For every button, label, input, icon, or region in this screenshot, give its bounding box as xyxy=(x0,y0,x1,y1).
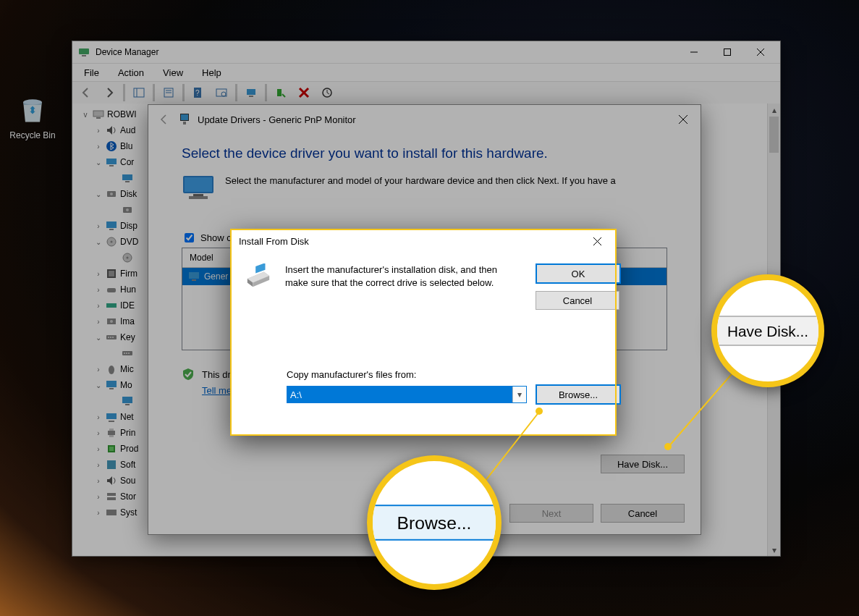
svg-rect-4 xyxy=(724,49,731,56)
tree-item-label: IDE xyxy=(120,300,135,311)
svg-rect-28 xyxy=(125,181,130,182)
wizard-back-button[interactable] xyxy=(154,109,174,130)
svg-rect-69 xyxy=(181,114,188,120)
close-button[interactable] xyxy=(744,41,777,63)
svg-rect-54 xyxy=(106,381,117,387)
wizard-close-button[interactable] xyxy=(670,109,696,130)
net-icon xyxy=(106,411,117,423)
tree-root-label: ROBWI xyxy=(107,109,137,119)
minimize-button[interactable] xyxy=(677,41,711,63)
menu-view[interactable]: View xyxy=(160,66,186,80)
ifd-copy-label: Copy manufacturer's files from: xyxy=(287,369,602,380)
callout-havedisk-button: Have Disk... xyxy=(711,316,824,346)
nav-forward-icon[interactable] xyxy=(98,83,120,102)
tree-item-label: Soft xyxy=(120,460,135,470)
titlebar: Device Manager xyxy=(72,41,780,64)
kb-icon xyxy=(122,347,133,359)
scan-hardware-icon[interactable] xyxy=(211,83,232,102)
svg-rect-52 xyxy=(128,353,130,354)
svg-rect-64 xyxy=(107,460,116,469)
svg-rect-42 xyxy=(106,303,117,308)
model-row-label: Gener xyxy=(204,271,228,282)
help-icon[interactable]: ? xyxy=(187,83,209,102)
next-button[interactable]: Next xyxy=(509,504,593,523)
menubar: File Action View Help xyxy=(72,64,780,82)
speaker-icon xyxy=(106,125,117,136)
callout-havedisk-magnifier: Have Disk... xyxy=(711,274,824,387)
svg-rect-7 xyxy=(134,88,144,97)
svg-rect-2 xyxy=(82,55,86,56)
scroll-up-icon[interactable]: ▴ xyxy=(768,104,780,116)
svg-rect-60 xyxy=(109,429,114,431)
dropdown-icon[interactable]: ▾ xyxy=(512,387,526,402)
cancel-button[interactable]: Cancel xyxy=(601,504,685,523)
svg-rect-46 xyxy=(108,337,109,338)
menu-file[interactable]: File xyxy=(81,66,102,80)
tree-item-label: Aud xyxy=(120,125,135,135)
ifd-close-button[interactable] xyxy=(586,232,608,250)
svg-rect-58 xyxy=(106,413,117,419)
have-disk-button[interactable]: Have Disk... xyxy=(601,455,685,473)
cpu-icon xyxy=(106,443,117,455)
svg-rect-63 xyxy=(109,447,114,451)
tree-item-label: Disp xyxy=(120,221,137,231)
hid-icon xyxy=(106,284,117,295)
tree-item-label: Net xyxy=(120,412,134,422)
monitor-small-icon xyxy=(188,271,200,282)
recycle-bin[interactable]: Recycle Bin xyxy=(7,94,58,140)
tree-item-label: Mic xyxy=(120,364,134,374)
ide-icon xyxy=(106,300,117,311)
svg-rect-66 xyxy=(107,497,116,500)
svg-rect-25 xyxy=(106,159,117,164)
soft-icon xyxy=(106,459,117,471)
mouse-icon xyxy=(106,363,117,375)
ifd-message: Insert the manufacturer's installation d… xyxy=(285,263,522,289)
menu-action[interactable]: Action xyxy=(115,66,147,80)
pc-icon xyxy=(122,172,133,184)
ifd-cancel-button[interactable]: Cancel xyxy=(536,291,619,310)
toolbar-separator xyxy=(182,84,185,101)
scroll-thumb[interactable] xyxy=(769,117,779,153)
properties-icon[interactable] xyxy=(158,83,179,102)
nav-back-icon[interactable] xyxy=(75,83,97,102)
svg-rect-18 xyxy=(277,89,282,96)
ifd-path-combobox[interactable]: A:\ ▾ xyxy=(287,386,527,403)
enable-device-icon[interactable] xyxy=(270,83,292,102)
tree-item-label: Ima xyxy=(120,316,135,326)
print-icon xyxy=(106,427,117,439)
pc-icon xyxy=(106,156,117,168)
svg-point-38 xyxy=(127,257,129,259)
svg-rect-56 xyxy=(122,397,132,403)
tree-item-label: Blu xyxy=(120,141,132,151)
monitor-icon xyxy=(106,379,117,391)
computer-icon xyxy=(93,109,104,120)
svg-rect-70 xyxy=(183,122,186,125)
svg-point-0 xyxy=(23,99,42,104)
display-icon xyxy=(106,220,117,232)
wizard-heading: Select the device driver you want to ins… xyxy=(182,145,667,161)
maximize-button[interactable] xyxy=(711,41,744,63)
tree-item-label: Key xyxy=(120,332,135,342)
ifd-browse-button[interactable]: Browse... xyxy=(536,384,621,405)
menu-help[interactable]: Help xyxy=(199,66,224,80)
svg-rect-55 xyxy=(109,388,114,389)
svg-rect-76 xyxy=(189,196,208,199)
svg-rect-16 xyxy=(247,89,255,95)
update-driver-icon[interactable] xyxy=(240,83,262,102)
ifd-ok-button[interactable]: OK xyxy=(536,263,621,284)
tree-item-label: Firm xyxy=(120,269,137,279)
show-hide-tree-icon[interactable] xyxy=(128,83,150,102)
toolbar: ? xyxy=(72,82,780,104)
svg-rect-61 xyxy=(109,435,114,437)
callout-browse-button: Browse... xyxy=(367,505,502,540)
window-title: Device Manager xyxy=(96,47,677,57)
show-compatible-input[interactable] xyxy=(185,233,194,242)
scroll-down-icon[interactable]: ▾ xyxy=(768,544,780,556)
uninstall-device-icon[interactable] xyxy=(293,83,315,102)
toolbar-separator xyxy=(235,84,237,101)
scan-changes-icon[interactable] xyxy=(316,83,338,102)
install-from-disk-dialog: Install From Disk Insert the manufacture… xyxy=(231,229,616,435)
speaker-icon xyxy=(106,475,117,486)
svg-point-53 xyxy=(109,366,114,374)
svg-rect-17 xyxy=(249,96,253,97)
